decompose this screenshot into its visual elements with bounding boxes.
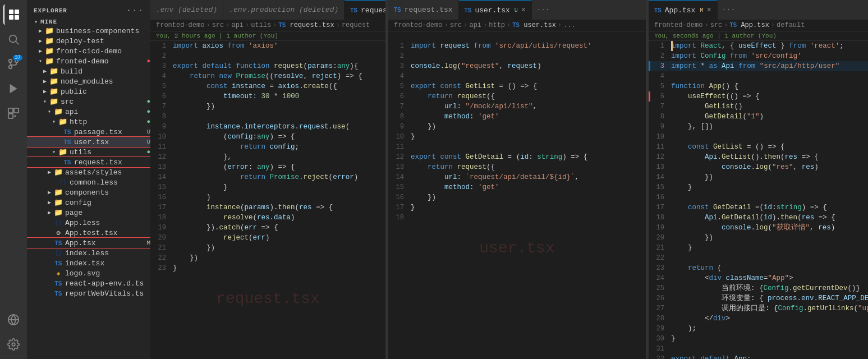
sidebar-item-request-tsx[interactable]: ▶ TS request.tsx <box>27 157 150 167</box>
item-label: assets/styles <box>65 168 150 177</box>
item-label: api <box>65 108 144 116</box>
sidebar-item-deploy-test[interactable]: ▶ 📁 deploy-test <box>27 36 150 46</box>
item-label: http <box>70 118 144 126</box>
source-control-icon[interactable]: 37 <box>3 54 24 74</box>
code-line: 5 const instance = axios.create({ <box>150 81 385 91</box>
item-badge: ● <box>146 118 150 125</box>
tab-user-tsx[interactable]: TS user.tsx U × <box>459 0 532 20</box>
code-line: 3 console.log("request", request) <box>388 61 646 71</box>
sidebar-title: Explorer <box>34 7 67 14</box>
code-line: 27 调用的接口是: {Config.getUrlLinks("upm")} <box>649 303 868 314</box>
breadcrumb-part: src <box>212 21 224 29</box>
sidebar-item-passage[interactable]: ▶ TS passage.tsx U <box>27 127 150 137</box>
sidebar-item-page[interactable]: ▶ 📁 page <box>27 208 150 218</box>
code-line: 14 url: `request/api/detail/${id}`, <box>388 172 646 182</box>
folder-arrow: ▾ <box>40 98 49 105</box>
sidebar-item-report-web-vitals[interactable]: ▶ TS reportWebVitals.ts <box>27 288 150 298</box>
tab-app-tsx[interactable]: TS App.tsx M × <box>649 0 718 20</box>
sidebar-item-config[interactable]: ▶ 📁 config <box>27 197 150 208</box>
sidebar-item-http[interactable]: ▾ 📁 http ● <box>27 117 150 127</box>
sidebar-item-app-tsx[interactable]: ▶ TS App.tsx M <box>27 238 150 248</box>
editor-body-3[interactable]: 1 import React, { useEffect } from 'reac… <box>649 41 868 359</box>
search-icon[interactable] <box>3 29 24 49</box>
breadcrumb-3: fronted-demo › src › TS App.tsx › defaul… <box>649 20 868 31</box>
sidebar-item-business-components[interactable]: ▶ 📁 business-components <box>27 26 150 36</box>
breadcrumb-part: fronted-demo <box>156 21 204 29</box>
sidebar-item-app-test[interactable]: ▶ ⚙ App.test.tsx <box>27 228 150 238</box>
tab-bar-1: .env (deleted) .env.production (deleted)… <box>150 0 385 20</box>
code-line: 17 instance(params).then(res => { <box>150 202 385 213</box>
settings-icon[interactable] <box>3 334 24 355</box>
sidebar-group-mine[interactable]: ▾ MINE <box>27 18 150 26</box>
folder-arrow: ▾ <box>45 108 54 115</box>
less-icon: {} <box>54 248 63 257</box>
tab-env-production-deleted[interactable]: .env.production (deleted) <box>223 0 345 20</box>
folder-arrow: ▶ <box>36 48 45 54</box>
code-line: 21 } <box>649 243 868 253</box>
breadcrumb-part: http <box>489 21 505 29</box>
sidebar-item-react-app-env[interactable]: ▶ TS react-app-env.d.ts <box>27 278 150 288</box>
sidebar-item-front-cicd-demo[interactable]: ▶ 📁 front-cicd-demo <box>27 46 150 56</box>
ts-icon: TS <box>63 158 72 167</box>
code-line: 28 </div> <box>649 314 868 324</box>
tab-env-deleted[interactable]: .env (deleted) <box>150 0 223 20</box>
sidebar-item-utils[interactable]: ▾ 📁 utils ● <box>27 147 150 157</box>
item-label: config <box>65 199 150 207</box>
code-line: 2 <box>388 51 646 61</box>
item-label: reportWebVitals.ts <box>65 289 150 298</box>
code-line: 8 method: 'get' <box>388 112 646 122</box>
editor-body-2[interactable]: 1 import request from 'src/api/utils/req… <box>388 41 646 359</box>
tab-request-tsx[interactable]: TS request.tsx × <box>345 0 385 20</box>
item-label: fronted-demo <box>56 57 144 66</box>
sidebar-item-build[interactable]: ▶ 📁 build <box>27 66 150 76</box>
code-line: 3 export default function request(params… <box>150 61 385 71</box>
editor-body-1[interactable]: 1 import axios from 'axios' 2 3 export d… <box>150 41 385 359</box>
extensions-icon[interactable] <box>3 103 24 123</box>
mine-label: MINE <box>40 19 150 25</box>
sidebar-item-fronted-demo[interactable]: ▾ 📁 fronted-demo ● <box>27 56 150 66</box>
sidebar-item-common-less[interactable]: ▶ {} common.less <box>27 177 150 187</box>
code-line: 12 export const GetDetail = (id: string)… <box>388 152 646 162</box>
breadcrumb-part: api <box>231 21 244 29</box>
sidebar-more-button[interactable]: ··· <box>126 6 144 16</box>
sidebar-item-components[interactable]: ▶ 📁 components <box>27 187 150 197</box>
code-line: 18 Api.GetDetail(id).then(res => { <box>649 213 868 223</box>
sidebar-item-app-less[interactable]: ▶ {} App.less <box>27 218 150 228</box>
tab-more-button[interactable]: ··· <box>718 0 740 20</box>
code-line: 6 timeout: 30 * 1000 <box>150 91 385 102</box>
tab-request-tsx-2[interactable]: TS request.tsx <box>388 0 459 20</box>
code-line: 2 import Config from 'src/config' <box>649 51 868 61</box>
tab-close-button[interactable]: × <box>706 6 711 15</box>
code-line: 23 } <box>150 263 385 273</box>
tab-close-button[interactable]: × <box>521 6 526 15</box>
sidebar-item-public[interactable]: ▶ 📁 public <box>27 86 150 96</box>
sidebar-item-logo-svg[interactable]: ▶ ◈ logo.svg <box>27 268 150 278</box>
svg-marker-9 <box>10 84 17 94</box>
tab-label: .env.production (deleted) <box>229 6 338 14</box>
explorer-icon[interactable] <box>3 4 24 25</box>
sidebar-item-index-less[interactable]: ▶ {} index.less <box>27 248 150 258</box>
folder-icon: 📁 <box>45 57 54 66</box>
item-badge: ● <box>146 58 150 65</box>
sidebar-item-assets-styles[interactable]: ▶ 📁 assets/styles <box>27 167 150 177</box>
code-line: 15 } <box>649 182 868 192</box>
remote-icon[interactable] <box>3 310 24 330</box>
code-line: 12 Api.GetList().then(res => { <box>649 152 868 162</box>
item-label: page <box>65 209 150 217</box>
code-line: 7 GetList() <box>649 102 868 112</box>
sidebar-item-src[interactable]: ▾ 📁 src ● <box>27 96 150 107</box>
ts-icon: TS <box>654 7 662 13</box>
sidebar-item-index-tsx[interactable]: ▶ TS index.tsx <box>27 258 150 268</box>
folder-icon: 📁 <box>49 87 58 96</box>
tab-more-button[interactable]: ··· <box>532 0 554 20</box>
item-label: components <box>65 188 150 197</box>
code-line: 7 url: "/mock/api/list", <box>388 102 646 112</box>
expand-arrow: ▾ <box>31 19 40 25</box>
sidebar-item-node-modules[interactable]: ▶ 📁 node_modules <box>27 76 150 86</box>
code-line: 26 环境变量: { process.env.REACT_APP_DEV } <box>649 293 868 303</box>
sidebar-item-user-tsx[interactable]: ▶ TS user.tsx U <box>27 137 150 147</box>
folder-arrow: ▾ <box>49 149 58 155</box>
sidebar-item-api[interactable]: ▾ 📁 api ● <box>27 107 150 117</box>
run-icon[interactable] <box>3 79 24 99</box>
code-line: 24 <div className="App"> <box>649 273 868 283</box>
